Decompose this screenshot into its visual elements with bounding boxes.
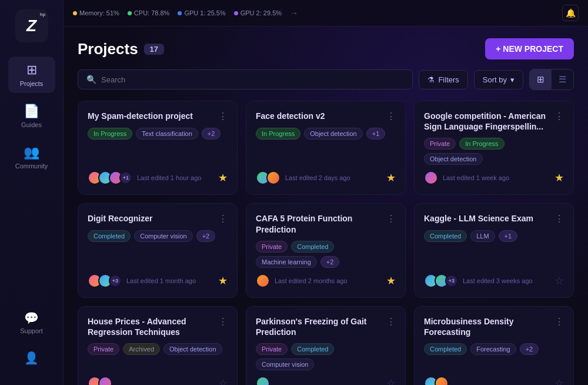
sidebar-item-label: Guides [21, 121, 42, 128]
new-project-button[interactable]: + NEW PROJECT [485, 38, 574, 59]
project-card[interactable]: House Prices - Advanced Regression Techn… [78, 306, 238, 385]
tag-completed: Completed [424, 343, 467, 355]
sidebar-item-label: Support [20, 327, 43, 334]
project-card[interactable]: My Spam-detection project ⋮ In Progress … [78, 101, 238, 195]
card-tags: Private Completed Machine learning +2 [256, 241, 396, 268]
project-card[interactable]: Parkinson's Freezing of Gait Prediction … [246, 306, 406, 385]
avatar-count: +1 [119, 171, 132, 184]
sidebar-item-label: Community [15, 162, 48, 170]
app-logo[interactable]: Z hp [15, 9, 48, 42]
sidebar-item-projects[interactable]: ⊞ Projects [8, 57, 55, 93]
avatar [98, 376, 112, 385]
project-card[interactable]: CAFA 5 Protein Function Prediction ⋮ Pri… [246, 203, 406, 297]
star-button[interactable]: ☆ [386, 377, 396, 385]
view-toggle: ⊞ ☰ [529, 69, 574, 90]
footer-right: ★ [386, 171, 396, 184]
cpu-metric: CPU: 78.8% [128, 9, 170, 16]
card-header: House Prices - Advanced Regression Techn… [88, 316, 228, 337]
filters-button[interactable]: ⚗ Filters [419, 70, 467, 89]
page-title-row: Projects 17 [78, 40, 164, 58]
project-card[interactable]: Microbusiness Density Forecasting ⋮ Comp… [414, 306, 574, 385]
sort-button[interactable]: Sort by ▾ [474, 70, 523, 89]
star-button[interactable]: ☆ [218, 377, 228, 385]
sidebar-item-community[interactable]: 👥 Community [8, 139, 55, 175]
star-button[interactable]: ★ [554, 171, 564, 184]
tag-object-detection: Object detection [304, 128, 363, 140]
card-menu-icon[interactable]: ⋮ [554, 213, 564, 224]
card-header: Face detection v2 ⋮ [256, 111, 396, 122]
card-tags: Private In Progress Object detection [424, 138, 564, 165]
star-button[interactable]: ★ [218, 171, 228, 184]
tag-private: Private [424, 138, 456, 150]
sidebar-item-guides[interactable]: 📄 Guides [8, 98, 55, 134]
project-card[interactable]: Digit Recognizer ⋮ Completed Computer vi… [78, 203, 238, 297]
gpu1-metric: GPU 1: 25.5% [178, 9, 225, 16]
card-menu-icon[interactable]: ⋮ [386, 213, 396, 224]
gpu1-dot [178, 11, 182, 15]
footer-right: ☆ [386, 377, 396, 385]
project-card[interactable]: Face detection v2 ⋮ In Progress Object d… [246, 101, 406, 195]
chevron-down-icon: ▾ [510, 75, 514, 84]
guides-icon: 📄 [24, 104, 39, 119]
card-header: Google competition - American Sign Langu… [424, 111, 564, 132]
card-title: Microbusiness Density Forecasting [424, 316, 550, 337]
tag-more: +2 [520, 343, 539, 355]
memory-dot [73, 11, 77, 15]
cpu-dot [128, 11, 132, 15]
card-menu-icon[interactable]: ⋮ [554, 316, 564, 327]
card-menu-icon[interactable]: ⋮ [218, 213, 228, 224]
card-footer: Last edited 1 week ago ★ [424, 171, 564, 185]
tag-completed: Completed [291, 343, 334, 355]
grid-view-button[interactable]: ⊞ [530, 69, 552, 89]
project-card[interactable]: Kaggle - LLM Science Exam ⋮ Completed LL… [414, 203, 574, 297]
card-menu-icon[interactable]: ⋮ [218, 111, 228, 122]
card-header: Parkinson's Freezing of Gait Prediction … [256, 316, 396, 337]
edit-time: Last edited 1 week ago [443, 174, 509, 181]
metrics-arrow[interactable]: → [290, 8, 298, 18]
star-button[interactable]: ★ [218, 274, 228, 287]
tag-more: +1 [499, 230, 518, 242]
notification-bell[interactable]: 🔔 [562, 5, 579, 21]
sidebar: Z hp ⊞ Projects 📄 Guides 👥 Community 💬 S… [0, 0, 64, 385]
search-box[interactable]: 🔍 [78, 69, 413, 89]
avatar-group [256, 171, 280, 185]
star-button[interactable]: ★ [386, 171, 396, 184]
tag-in-progress: In Progress [459, 138, 504, 150]
card-header: Microbusiness Density Forecasting ⋮ [424, 316, 564, 337]
card-tags: Completed Forecasting +2 [424, 343, 564, 355]
tag-completed: Completed [88, 230, 131, 242]
tag-archived: Archived [123, 343, 160, 355]
project-card[interactable]: Google competition - American Sign Langu… [414, 101, 574, 195]
support-icon: 💬 [24, 311, 39, 325]
avatar-group: +3 [88, 274, 122, 288]
avatar [256, 376, 270, 385]
avatar-group [424, 171, 438, 185]
avatar-group [256, 376, 270, 385]
list-view-button[interactable]: ☰ [552, 69, 573, 89]
logo-text: Z [26, 18, 36, 34]
star-button[interactable]: ★ [386, 274, 396, 287]
footer-right: ★ [554, 171, 564, 184]
tag-in-progress: In Progress [88, 128, 132, 140]
hp-badge: hp [40, 12, 46, 17]
footer-right: ☆ [554, 274, 564, 287]
edit-time: Last edited 3 weeks ago [463, 277, 533, 284]
card-menu-icon[interactable]: ⋮ [554, 111, 564, 122]
topbar: Memory: 51% CPU: 78.8% GPU 1: 25.5% GPU … [64, 0, 588, 26]
search-input[interactable] [101, 75, 404, 84]
tag-in-progress: In Progress [256, 128, 300, 140]
card-footer: ☆ [256, 376, 396, 385]
avatar-group [256, 274, 270, 288]
card-menu-icon[interactable]: ⋮ [386, 111, 396, 122]
star-button[interactable]: ☆ [554, 274, 564, 287]
edit-time: Last edited 1 hour ago [137, 174, 201, 181]
card-menu-icon[interactable]: ⋮ [386, 316, 396, 327]
card-header: Digit Recognizer ⋮ [88, 213, 228, 224]
sidebar-item-support[interactable]: 💬 Support [8, 305, 55, 340]
edit-time: Last edited 2 months ago [275, 277, 348, 284]
sidebar-item-profile[interactable]: 👤 [8, 345, 55, 371]
card-menu-icon[interactable]: ⋮ [218, 316, 228, 327]
tag-private: Private [88, 343, 119, 355]
card-tags: In Progress Object detection +1 [256, 128, 396, 140]
star-button[interactable]: ☆ [554, 377, 564, 385]
